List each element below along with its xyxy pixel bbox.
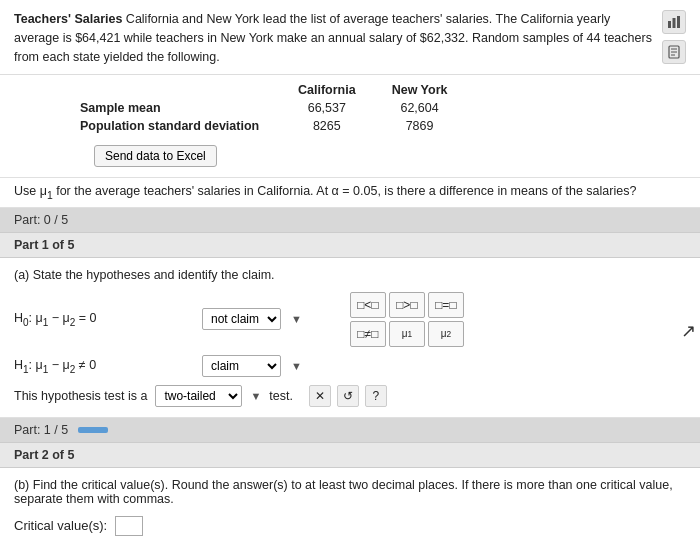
sym-mu2[interactable]: μ2 — [428, 321, 464, 347]
h1-label: H1: μ1 − μ2 ≠ 0 — [14, 358, 194, 375]
col-california: California — [280, 81, 374, 99]
notes-icon[interactable] — [662, 40, 686, 64]
symbol-grid: □<□ □>□ □=□ □≠□ μ1 μ2 — [350, 292, 464, 347]
sym-mu1[interactable]: μ1 — [389, 321, 425, 347]
data-table: California New York Sample mean 66,537 6… — [80, 81, 465, 135]
test-suffix: test. — [269, 389, 293, 403]
row-std-dev-label: Population standard deviation — [80, 117, 280, 135]
h1-row: H1: μ1 − μ2 ≠ 0 claim not claim ▼ — [14, 355, 686, 377]
chart-icon[interactable] — [662, 10, 686, 34]
h0-dropdown-arrow: ▼ — [291, 313, 302, 325]
question-content: Use μ1 for the average teachers' salarie… — [14, 184, 636, 198]
bold-title: Teachers' Salaries — [14, 12, 122, 26]
action-icons: ✕ ↺ ? — [309, 385, 387, 407]
part2-header: Part: 1 / 5 — [0, 418, 700, 443]
col-newyork: New York — [374, 81, 466, 99]
part2-label: Part: 1 / 5 — [14, 423, 68, 437]
problem-description: Teachers' Salaries California and New Yo… — [14, 10, 652, 66]
part2-progress-bar — [78, 427, 108, 433]
undo-button[interactable]: ↺ — [337, 385, 359, 407]
part2-content: (b) Find the critical value(s). Round th… — [0, 468, 700, 546]
test-dropdown-arrow: ▼ — [250, 390, 261, 402]
part1-section-title: Part 1 of 5 — [0, 233, 700, 258]
row-sample-mean-label: Sample mean — [80, 99, 280, 117]
top-icons — [662, 10, 686, 64]
row-sample-mean-ca: 66,537 — [280, 99, 374, 117]
test-type-dropdown[interactable]: two-tailed left-tailed right-tailed — [155, 385, 242, 407]
part1-content: (a) State the hypotheses and identify th… — [0, 258, 700, 418]
h0-dropdown[interactable]: not claim claim — [202, 308, 281, 330]
critical-value-input[interactable] — [115, 516, 143, 536]
part1-header: Part: 0 / 5 — [0, 208, 700, 233]
critical-label: Critical value(s): — [14, 518, 107, 533]
h1-dropdown[interactable]: claim not claim — [202, 355, 281, 377]
test-prefix: This hypothesis test is a — [14, 389, 147, 403]
part2-section-title: Part 2 of 5 — [0, 443, 700, 468]
test-row: This hypothesis test is a two-tailed lef… — [14, 385, 686, 407]
row-sample-mean-ny: 62,604 — [374, 99, 466, 117]
table-row: Population standard deviation 8265 7869 — [80, 117, 465, 135]
h1-dropdown-arrow: ▼ — [291, 360, 302, 372]
svg-rect-0 — [668, 21, 671, 28]
svg-rect-1 — [673, 18, 676, 28]
table-row: Sample mean 66,537 62,604 — [80, 99, 465, 117]
row-std-dev-ca: 8265 — [280, 117, 374, 135]
clear-button[interactable]: ✕ — [309, 385, 331, 407]
critical-row: Critical value(s): — [14, 516, 686, 536]
row-std-dev-ny: 7869 — [374, 117, 466, 135]
h0-label: H0: μ1 − μ2 = 0 — [14, 311, 194, 328]
svg-rect-2 — [677, 16, 680, 28]
top-bar: Teachers' Salaries California and New Yo… — [0, 0, 700, 75]
sym-gt[interactable]: □>□ — [389, 292, 425, 318]
part1-instruction: (a) State the hypotheses and identify th… — [14, 268, 686, 282]
sym-eq[interactable]: □=□ — [428, 292, 464, 318]
h0-row: H0: μ1 − μ2 = 0 not claim claim ▼ □<□ □>… — [14, 292, 686, 347]
part2-instruction: (b) Find the critical value(s). Round th… — [14, 478, 686, 506]
help-button[interactable]: ? — [365, 385, 387, 407]
data-table-section: California New York Sample mean 66,537 6… — [0, 75, 700, 139]
sym-neq[interactable]: □≠□ — [350, 321, 386, 347]
sym-lt[interactable]: □<□ — [350, 292, 386, 318]
part1-label: Part: 0 / 5 — [14, 213, 68, 227]
send-to-excel-button[interactable]: Send data to Excel — [94, 145, 217, 167]
question-text: Use μ1 for the average teachers' salarie… — [0, 178, 700, 208]
